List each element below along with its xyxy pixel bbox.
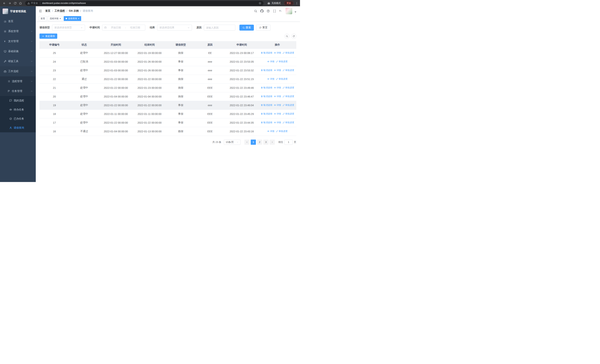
prev-page-button[interactable] (244, 140, 250, 145)
sidebar-item-请假查询[interactable]: 请假查询 (0, 123, 36, 132)
breadcrumb-separator: / (80, 9, 81, 12)
refresh-table-button[interactable] (291, 34, 296, 39)
table-row[interactable]: 16不通过2022-01-04 00:00:002022-01-13 00:00… (39, 127, 296, 136)
sidebar-item-支付管理[interactable]: ¥支付管理 (0, 36, 36, 46)
tab-首页[interactable]: 首页 (39, 16, 47, 21)
approval-progress-link[interactable]: 审批进度 (282, 121, 294, 124)
table-row[interactable]: 21处理中2022-01-22 00:00:002022-01-23 00:00… (39, 84, 296, 92)
reset-button[interactable]: 重置 (256, 25, 271, 31)
reload-button[interactable] (13, 1, 18, 6)
sidebar-item-我的流程[interactable]: 我的流程 (0, 96, 36, 105)
table-row[interactable]: 23处理中2022-01-03 00:00:002022-01-26 00:00… (39, 66, 296, 75)
caret-down-icon[interactable] (294, 10, 297, 14)
sidebar-item-研发工具[interactable]: 研发工具 (0, 56, 36, 66)
cancel-leave-link[interactable]: 取消请假 (261, 69, 272, 72)
url-text[interactable]: dashboard.yudao.iocoder.cn/bpm/oa/leave (42, 2, 86, 4)
leave-type-select[interactable]: 请选择请假类型 (52, 25, 85, 31)
cancel-leave-link[interactable]: 取消请假 (261, 104, 272, 107)
breadcrumb-item[interactable]: 工作流程 (55, 9, 65, 13)
toggle-search-button[interactable] (284, 34, 290, 39)
apply-time-range-picker[interactable]: 开始日期 - 结束日期 (102, 25, 145, 31)
breadcrumb-item[interactable]: OA 示例 (69, 9, 79, 13)
approval-progress-link[interactable]: 审批进度 (282, 86, 294, 89)
detail-link[interactable]: 详情 (274, 69, 281, 72)
search-icon[interactable] (254, 9, 257, 13)
browser-menu-icon[interactable] (295, 2, 298, 5)
next-page-button[interactable] (270, 140, 275, 145)
sidebar-item-基础设施[interactable]: 基础设施 (0, 46, 36, 56)
help-icon[interactable] (267, 9, 270, 13)
detail-link[interactable]: 详情 (274, 104, 281, 107)
approval-progress-link-label: 审批进度 (285, 69, 294, 72)
cancel-leave-link[interactable]: 取消请假 (261, 86, 272, 89)
sidebar-item-首页[interactable]: 首页 (0, 16, 36, 26)
sidebar-item-待办任务[interactable]: 待办任务 (0, 105, 36, 114)
cancel-leave-link-label: 取消请假 (263, 95, 272, 98)
address-bar[interactable]: 不安全 dashboard.yudao.iocoder.cn/bpm/oa/le… (25, 1, 263, 6)
back-button[interactable] (2, 1, 7, 6)
sidebar-item-已办任务[interactable]: 已办任务 (0, 114, 36, 123)
sidebar-fold-icon[interactable] (39, 9, 42, 13)
table-row[interactable]: 19处理中2022-01-22 00:00:002022-01-22 00:00… (39, 101, 296, 110)
page-size-select[interactable]: 10条/页 (224, 140, 241, 145)
approval-progress-link[interactable]: 审批进度 (276, 130, 288, 133)
forward-button[interactable] (7, 1, 12, 6)
fullscreen-icon[interactable] (273, 9, 276, 13)
table-row[interactable]: 24已取消2022-01-03 00:00:002022-01-26 00:00… (39, 57, 296, 66)
tab-close-icon[interactable]: × (78, 17, 79, 20)
update-button[interactable]: 更新 (284, 1, 293, 6)
detail-link[interactable]: 详情 (267, 130, 274, 133)
detail-link[interactable]: 详情 (274, 51, 281, 55)
detail-link[interactable]: 详情 (274, 86, 281, 89)
search-button[interactable]: 搜索 (239, 25, 254, 31)
approval-progress-link[interactable]: 审批进度 (276, 77, 288, 81)
approval-progress-link[interactable]: 审批进度 (282, 104, 294, 107)
sidebar-item-流程管理[interactable]: 流程管理 (0, 76, 36, 86)
approval-progress-link[interactable]: 审批进度 (276, 60, 288, 63)
table-row[interactable]: 25处理中2021-12-27 00:00:002022-01-19 00:00… (39, 48, 296, 57)
security-warning-label[interactable]: 不安全 (31, 2, 38, 5)
detail-link[interactable]: 详情 (274, 112, 281, 115)
detail-link[interactable]: 详情 (274, 121, 281, 124)
page-button-1[interactable]: 1 (251, 140, 256, 145)
github-icon[interactable] (260, 9, 263, 13)
sidebar-item-工作流程[interactable]: 工作流程 (0, 66, 36, 76)
goto-page-input[interactable] (284, 140, 293, 145)
page-button-3[interactable]: 3 (263, 140, 269, 145)
breadcrumb-item: 请假查询 (83, 9, 93, 13)
sidebar-item-系统管理[interactable]: 系统管理 (0, 26, 36, 36)
sidebar-item-任务管理[interactable]: 任务管理 (0, 86, 36, 96)
detail-link[interactable]: 详情 (267, 60, 274, 63)
detail-link[interactable]: 详情 (267, 77, 274, 81)
breadcrumb: 首页/工作流程/OA 示例/请假查询 (45, 9, 93, 13)
home-button[interactable] (18, 1, 23, 6)
font-size-icon[interactable]: TT (279, 9, 282, 13)
gear-icon (4, 30, 7, 33)
app-logo[interactable]: 芋道管理系统 (0, 6, 36, 16)
svg-text:¥: ¥ (4, 40, 5, 42)
cancel-leave-link[interactable]: 取消请假 (261, 95, 272, 98)
approval-progress-link[interactable]: 审批进度 (282, 112, 294, 115)
cancel-leave-link[interactable]: 取消请假 (261, 51, 272, 55)
avatar[interactable] (286, 8, 292, 14)
table-row[interactable]: 18处理中2022-01-11 00:00:002022-01-11 00:00… (39, 110, 296, 118)
page-button-2[interactable]: 2 (257, 140, 262, 145)
cancel-leave-link[interactable]: 取消请假 (261, 112, 272, 115)
approval-progress-link[interactable]: 审批进度 (282, 95, 294, 98)
table-row[interactable]: 22通过2022-01-22 00:00:002022-01-22 00:00:… (39, 75, 296, 84)
table-row[interactable]: 20处理中2022-01-04 00:00:002022-01-04 00:00… (39, 92, 296, 101)
detail-link[interactable]: 详情 (274, 95, 281, 98)
tab-流程详情[interactable]: 流程详情× (48, 16, 63, 21)
tab-请假查询[interactable]: 请假查询× (64, 16, 81, 21)
reason-input[interactable] (204, 25, 235, 31)
bookmark-star-icon[interactable] (259, 2, 261, 4)
cell-actions: 取消请假详情审批进度 (259, 118, 296, 127)
approval-progress-link[interactable]: 审批进度 (282, 51, 294, 55)
table-row[interactable]: 17处理中2022-01-22 00:00:002022-01-22 00:00… (39, 118, 296, 127)
result-select[interactable]: 请选择流结果 (157, 25, 192, 31)
tab-close-icon[interactable]: × (59, 17, 61, 20)
create-leave-button[interactable]: 发起请假 (39, 34, 57, 39)
breadcrumb-item[interactable]: 首页 (45, 9, 50, 13)
cancel-leave-link[interactable]: 取消请假 (261, 121, 272, 124)
approval-progress-link[interactable]: 审批进度 (282, 69, 294, 72)
